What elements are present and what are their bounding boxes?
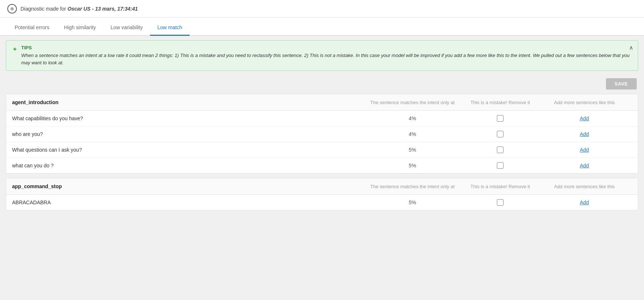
add-link[interactable]: Add xyxy=(537,163,632,168)
table-row: what can you do ? 5% Add xyxy=(6,158,638,173)
match-percent: 5% xyxy=(361,200,464,205)
mistake-checkbox[interactable] xyxy=(464,162,537,169)
tips-icon: ✦ xyxy=(12,45,18,53)
main-content: ✦ TIPS When a sentence matches an intent… xyxy=(0,40,644,293)
mistake-checkbox-input[interactable] xyxy=(497,199,503,206)
table-row: who are you? 4% Add xyxy=(6,126,638,142)
mistake-checkbox-input[interactable] xyxy=(497,162,503,169)
mistake-checkbox-input[interactable] xyxy=(497,131,503,137)
table-row: ABRACADABRA 5% Add xyxy=(6,195,638,210)
tab-low-match[interactable]: Low match xyxy=(150,20,190,36)
match-percent: 5% xyxy=(361,163,464,168)
col-header-match-app: The sentence matches the intent only at xyxy=(361,184,464,189)
intent-section-app-command-stop: app_command_stop The sentence matches th… xyxy=(6,178,638,210)
save-row: SAVE xyxy=(0,75,644,92)
intent-name-agent-introduction: agent_introduction xyxy=(12,99,361,105)
add-link[interactable]: Add xyxy=(537,200,632,205)
table-row: What questions can I ask you? 5% Add xyxy=(6,142,638,158)
tips-collapse-button[interactable]: ∧ xyxy=(629,44,633,51)
col-header-mistake-agent: This is a mistake! Remove it xyxy=(464,100,537,105)
save-button[interactable]: SAVE xyxy=(606,78,637,90)
sentence-text: what can you do ? xyxy=(12,163,361,168)
sentence-text: What questions can I ask you? xyxy=(12,147,361,153)
col-header-mistake-app: This is a mistake! Remove it xyxy=(464,184,537,189)
intent-header-app-command-stop: app_command_stop The sentence matches th… xyxy=(6,178,638,195)
tips-title: TIPS xyxy=(21,45,632,50)
match-percent: 5% xyxy=(361,147,464,153)
table-row: What capabilities do you have? 4% Add xyxy=(6,111,638,126)
title-static: Diagnostic made for xyxy=(20,6,67,12)
col-header-add-app: Add more sentences like this xyxy=(537,184,632,189)
mistake-checkbox[interactable] xyxy=(464,131,537,137)
match-percent: 4% xyxy=(361,131,464,137)
intent-name-app-command-stop: app_command_stop xyxy=(12,183,361,189)
tab-high-similarity[interactable]: High similarity xyxy=(57,20,103,36)
tabs-bar: Potential errors High similarity Low var… xyxy=(0,18,644,36)
match-percent: 4% xyxy=(361,115,464,121)
mistake-checkbox-input[interactable] xyxy=(497,147,503,153)
title-dynamic: Oscar US - 13 mars, 17:34:41 xyxy=(67,6,138,12)
tab-potential-errors[interactable]: Potential errors xyxy=(7,20,57,36)
tab-low-variability[interactable]: Low variability xyxy=(103,20,150,36)
mistake-checkbox[interactable] xyxy=(464,147,537,153)
diagnostic-title: Diagnostic made for Oscar US - 13 mars, … xyxy=(20,6,138,12)
sentence-text: who are you? xyxy=(12,131,361,137)
add-link[interactable]: Add xyxy=(537,147,632,153)
tips-content: TIPS When a sentence matches an intent a… xyxy=(21,45,632,66)
add-link[interactable]: Add xyxy=(537,131,632,137)
tips-text: When a sentence matches an intent at a l… xyxy=(21,52,632,66)
mistake-checkbox[interactable] xyxy=(464,199,537,206)
col-header-add-agent: Add more sentences like this xyxy=(537,100,632,105)
col-header-match-agent: The sentence matches the intent only at xyxy=(361,100,464,105)
diagnostic-icon: ⊕ xyxy=(7,4,17,14)
add-link[interactable]: Add xyxy=(537,115,632,121)
sentence-text: What capabilities do you have? xyxy=(12,115,361,121)
mistake-checkbox-input[interactable] xyxy=(497,115,503,122)
tips-banner: ✦ TIPS When a sentence matches an intent… xyxy=(6,40,638,71)
intent-header-agent-introduction: agent_introduction The sentence matches … xyxy=(6,94,638,111)
sentence-text: ABRACADABRA xyxy=(12,200,361,205)
mistake-checkbox[interactable] xyxy=(464,115,537,122)
intent-section-agent-introduction: agent_introduction The sentence matches … xyxy=(6,94,638,174)
top-bar: ⊕ Diagnostic made for Oscar US - 13 mars… xyxy=(0,0,644,18)
